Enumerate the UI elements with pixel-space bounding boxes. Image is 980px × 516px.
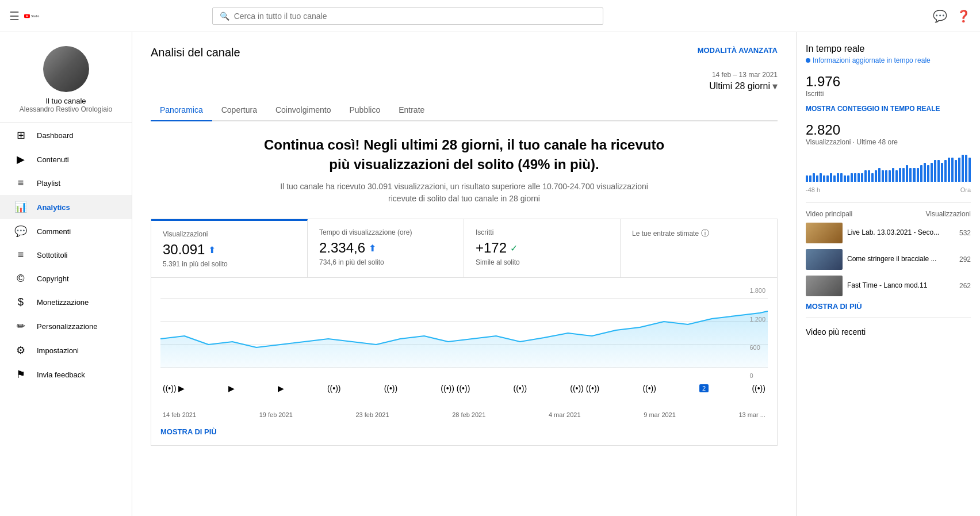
sidebar-item-impostazioni[interactable]: ⚙ Impostazioni bbox=[0, 338, 132, 362]
sidebar-item-label: Contenuti bbox=[37, 155, 118, 164]
sidebar-item-contenuti[interactable]: ▶ Contenuti bbox=[0, 147, 132, 171]
mini-bar-segment bbox=[941, 163, 943, 182]
search-bar[interactable]: 🔍 bbox=[212, 7, 603, 25]
playlist-icon: ≡ bbox=[14, 177, 28, 189]
topbar-left: ☰ Studio bbox=[9, 9, 43, 23]
mini-bar-segment bbox=[885, 170, 887, 182]
realtime-header: In tempo reale bbox=[806, 44, 971, 54]
video-info: Come stringere il bracciale ... bbox=[847, 255, 955, 264]
copyright-icon: © bbox=[14, 273, 28, 285]
mini-bar-segment bbox=[868, 170, 870, 182]
y-label: 0 bbox=[749, 372, 765, 379]
tab-coinvolgimento[interactable]: Coinvolgimento bbox=[266, 100, 340, 121]
video-marker: ((•)) bbox=[514, 384, 527, 393]
analytics-icon: 📊 bbox=[14, 201, 28, 213]
video-marker: ▶ bbox=[228, 384, 235, 393]
video-marker: ▶ bbox=[278, 384, 284, 393]
video-views: 262 bbox=[959, 282, 971, 290]
feedback-icon: ⚑ bbox=[14, 368, 28, 381]
sidebar-item-playlist[interactable]: ≡ Playlist bbox=[0, 171, 132, 195]
mini-bar-segment bbox=[895, 170, 898, 182]
mini-bar-segment bbox=[924, 163, 926, 182]
sidebar-item-personalizzazione[interactable]: ✏ Personalizzazione bbox=[0, 314, 132, 338]
search-input[interactable] bbox=[234, 12, 596, 21]
page-title: Analisi del canale bbox=[151, 46, 240, 59]
up-icon: ⬆ bbox=[208, 244, 216, 255]
video-title: Come stringere il bracciale ... bbox=[847, 255, 955, 264]
video-info: Fast Time - Lanco mod.11 bbox=[847, 281, 955, 291]
realtime-count-link[interactable]: MOSTRA CONTEGGIO IN TEMPO REALE bbox=[806, 105, 971, 113]
video-row[interactable]: Fast Time - Lanco mod.11 262 bbox=[806, 276, 971, 296]
sidebar-item-label: Copyright bbox=[37, 274, 118, 283]
divider bbox=[806, 202, 971, 203]
video-row[interactable]: Come stringere il bracciale ... 292 bbox=[806, 249, 971, 270]
video-row[interactable]: Live Lab. 13.03.2021 - Seco... 532 bbox=[806, 223, 971, 243]
chevron-down-icon: ▾ bbox=[772, 80, 778, 93]
metric-value: 2.334,6⬆ bbox=[319, 240, 452, 256]
x-label: 23 feb 2021 bbox=[355, 411, 389, 418]
x-label: 9 mar 2021 bbox=[644, 411, 676, 418]
sidebar-item-analytics[interactable]: 📊 Analytics bbox=[0, 195, 132, 219]
channel-sub: Alessandro Restivo Orologiaio bbox=[20, 105, 112, 113]
mini-bar-segment bbox=[937, 160, 940, 182]
channel-name: Il tuo canale bbox=[45, 97, 86, 105]
sidebar-item-sottotitoli[interactable]: ≡ Sottotitoli bbox=[0, 243, 132, 267]
messages-icon[interactable]: 💬 bbox=[933, 9, 947, 23]
mini-bar-segment bbox=[854, 173, 856, 182]
sidebar-item-commenti[interactable]: 💬 Commenti bbox=[0, 219, 132, 243]
hero-title: Continua così! Negli ultimi 28 giorni, i… bbox=[151, 135, 778, 174]
chart-y-labels: 1.800 1.200 600 0 bbox=[749, 287, 768, 379]
sidebar-item-dashboard[interactable]: ⊞ Dashboard bbox=[0, 123, 132, 147]
app-body: Il tuo canale Alessandro Restivo Orologi… bbox=[0, 32, 980, 516]
video-views: 532 bbox=[959, 229, 971, 237]
tab-entrate[interactable]: Entrate bbox=[389, 100, 434, 121]
mini-bar-chart bbox=[806, 153, 971, 182]
help-icon[interactable]: ❓ bbox=[956, 9, 971, 23]
avatar-image bbox=[43, 46, 89, 92]
info-icon[interactable]: ⓘ bbox=[701, 228, 709, 239]
hamburger-icon[interactable]: ☰ bbox=[9, 9, 20, 23]
video-info: Live Lab. 13.03.2021 - Seco... bbox=[847, 228, 955, 238]
metric-card-tempo[interactable]: Tempo di visualizzazione (ore) 2.334,6⬆ … bbox=[308, 219, 464, 277]
sidebar-item-monetizzazione[interactable]: $ Monetizzazione bbox=[0, 291, 132, 314]
yt-logo: Studio bbox=[24, 10, 43, 22]
realtime-dot bbox=[806, 58, 810, 63]
metric-card-iscritti[interactable]: Iscritti +172✓ Simile al solito bbox=[464, 219, 621, 277]
tab-copertura[interactable]: Copertura bbox=[212, 100, 266, 121]
advanced-mode-link[interactable]: MODALITÀ AVANZATA bbox=[698, 46, 778, 55]
mini-bar-segment bbox=[864, 170, 867, 182]
show-more-link[interactable]: MOSTRA DI PIÙ bbox=[160, 427, 217, 436]
metric-value: 30.091⬆ bbox=[163, 242, 296, 258]
mini-bar-segment bbox=[878, 168, 881, 182]
sidebar-item-copyright[interactable]: © Copyright bbox=[0, 267, 132, 291]
mini-bar-segment bbox=[858, 173, 860, 182]
avatar bbox=[43, 46, 89, 92]
metric-card-entrate[interactable]: Le tue entrate stimateⓘ bbox=[621, 219, 777, 277]
chart-area: 1.800 1.200 600 0 ((•)) ▶ ▶ ▶ ((•)) ((•)… bbox=[151, 278, 778, 446]
sidebar-item-label: Analytics bbox=[37, 203, 118, 212]
mini-bar-segment bbox=[948, 158, 950, 182]
video-views: 292 bbox=[959, 255, 971, 263]
metric-card-visualizzazioni[interactable]: Visualizzazioni 30.091⬆ 5.391 in più del… bbox=[151, 219, 308, 277]
mini-bar-segment bbox=[847, 175, 849, 182]
x-label: 13 mar ... bbox=[738, 411, 765, 418]
chart-svg bbox=[160, 287, 768, 379]
date-select[interactable]: Ultimi 28 giorni ▾ bbox=[709, 80, 778, 93]
impostazioni-icon: ⚙ bbox=[14, 344, 28, 357]
tab-panoramica[interactable]: Panoramica bbox=[151, 100, 212, 121]
ok-icon: ✓ bbox=[510, 243, 518, 254]
sidebar-item-feedback[interactable]: ⚑ Invia feedback bbox=[0, 362, 132, 387]
chart-x-labels: 14 feb 2021 19 feb 2021 23 feb 2021 28 f… bbox=[160, 411, 768, 418]
mini-bar-segment bbox=[875, 170, 877, 182]
mini-bar-segment bbox=[830, 173, 832, 182]
date-range-label: 14 feb – 13 mar 2021 bbox=[709, 71, 778, 79]
realtime-sub: Informazioni aggiornate in tempo reale bbox=[806, 56, 971, 64]
mini-bar-segment bbox=[955, 160, 957, 182]
x-label: 4 mar 2021 bbox=[549, 411, 581, 418]
show-more-panel-link[interactable]: MOSTRA DI PIÙ bbox=[806, 302, 971, 311]
realtime-stat-subscribers: 1.976 Iscritti bbox=[806, 74, 971, 98]
sidebar-item-label: Impostazioni bbox=[37, 346, 118, 355]
topbar-right: 💬 ❓ bbox=[933, 9, 971, 23]
tab-pubblico[interactable]: Pubblico bbox=[340, 100, 389, 121]
metric-value: +172✓ bbox=[476, 240, 608, 256]
